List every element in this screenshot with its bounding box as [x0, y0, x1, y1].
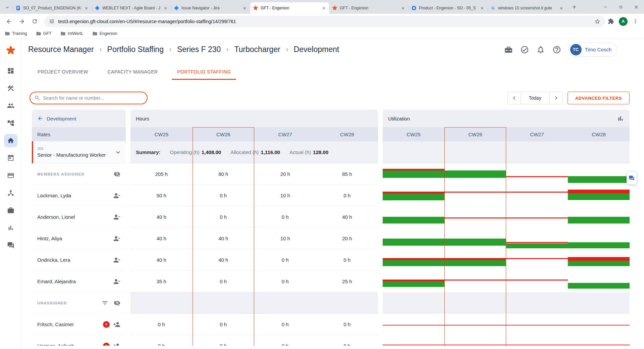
notifications-bell-button[interactable]: [536, 45, 545, 54]
hours-cell[interactable]: 85 h: [316, 163, 378, 185]
bookmark-item[interactable]: Engenion: [92, 31, 117, 36]
user-menu[interactable]: TC Timo Cosch: [569, 43, 617, 57]
hours-cell[interactable]: 40 h: [130, 206, 193, 228]
remove-member-button[interactable]: [113, 278, 120, 285]
remove-member-button[interactable]: [113, 235, 120, 242]
hours-cell[interactable]: 40 h: [193, 228, 255, 249]
browser-forward-button[interactable]: [16, 16, 28, 27]
hours-cell[interactable]: 0 h: [193, 185, 255, 206]
window-minimize-button[interactable]: [598, 0, 613, 14]
browser-tab[interactable]: GFT - Engenion: [329, 2, 409, 14]
hours-cell[interactable]: 0 h: [193, 271, 255, 292]
tab-close-button[interactable]: [163, 5, 168, 11]
browser-menu-icon[interactable]: [632, 18, 639, 24]
omnibox[interactable]: test3.engenion.gft-cloud.com/en-US/#/res…: [44, 16, 605, 27]
sidebar-item-team[interactable]: [4, 99, 17, 112]
hours-cell[interactable]: 0 h: [316, 335, 378, 346]
approvals-check-button[interactable]: [520, 45, 529, 54]
browser-tab[interactable]: Gwindows 10 screenshot it gute: [488, 2, 567, 14]
tab-close-button[interactable]: [558, 5, 564, 11]
development-back-header[interactable]: Development: [32, 110, 126, 127]
chart-view-toggle[interactable]: [617, 115, 624, 122]
hours-cell[interactable]: 0 h: [254, 335, 316, 346]
next-week-button[interactable]: [549, 92, 563, 104]
sidebar-item-resource-manager[interactable]: [4, 134, 17, 147]
hours-cell[interactable]: 0 h: [316, 185, 378, 206]
hours-cell[interactable]: 25 h: [316, 271, 378, 292]
tab-portfolio-staffing[interactable]: PORTFOLIO STAFFING: [172, 65, 236, 80]
tab-project-overview[interactable]: PROJECT OVERVIEW: [32, 65, 94, 80]
remove-member-button[interactable]: [113, 192, 120, 199]
browser-tab[interactable]: SO_07_Product_ENGENION (KE: [13, 2, 92, 14]
browser-tab[interactable]: WEBLET NEXT - Agile Board - J: [92, 2, 171, 14]
advanced-filters-button[interactable]: ADVANCED FILTERS: [568, 92, 630, 104]
hours-cell[interactable]: 40 h: [130, 228, 193, 249]
sidebar-item-calendar[interactable]: [4, 151, 17, 165]
hours-cell[interactable]: 40 h: [193, 249, 255, 270]
filter-unassigned-button[interactable]: [102, 300, 108, 306]
bookmark-item[interactable]: GFT: [36, 31, 52, 36]
previous-week-button[interactable]: [507, 92, 521, 104]
browser-tab[interactable]: Product - Engenion - SO - 05_S: [409, 2, 488, 14]
help-button[interactable]: [552, 45, 561, 54]
hours-cell[interactable]: 0 h: [193, 314, 255, 335]
add-member-button[interactable]: [113, 321, 120, 328]
hours-cell[interactable]: 0 h: [193, 335, 255, 346]
hours-cell[interactable]: 20 h: [254, 163, 316, 185]
hours-cell[interactable]: 0 h: [254, 314, 316, 335]
tab-search-button[interactable]: [3, 3, 12, 12]
today-button[interactable]: Today: [521, 92, 550, 104]
sidebar-item-workflow[interactable]: [4, 186, 17, 200]
bookmark-star-icon[interactable]: [594, 18, 600, 24]
hours-cell[interactable]: 40 h: [316, 206, 378, 228]
feedback-widget-button[interactable]: [627, 172, 637, 185]
breadcrumb-item[interactable]: Portfolio Staffing: [107, 45, 164, 54]
hide-unassigned-button[interactable]: [114, 300, 120, 306]
hours-cell[interactable]: 0 h: [316, 314, 378, 335]
hours-cell[interactable]: 40 h: [130, 249, 193, 270]
tab-capacity-manager[interactable]: CAPACITY MANAGER: [102, 65, 163, 80]
remove-member-button[interactable]: [113, 213, 120, 221]
bookmark-item[interactable]: IntWertL: [60, 31, 84, 36]
hours-cell[interactable]: 10 h: [254, 185, 316, 206]
breadcrumb-item[interactable]: Series F 230: [177, 45, 221, 54]
sidebar-item-org-structure[interactable]: [4, 116, 17, 130]
tab-close-button[interactable]: [242, 5, 248, 11]
window-maximize-button[interactable]: [613, 0, 629, 14]
browser-reload-button[interactable]: [29, 16, 40, 27]
tab-close-button[interactable]: [84, 5, 89, 11]
hours-cell[interactable]: 35 h: [130, 271, 193, 292]
sidebar-item-cards[interactable]: [4, 169, 17, 182]
sidebar-item-projects[interactable]: [4, 204, 17, 217]
tab-close-button[interactable]: [321, 5, 327, 11]
sidebar-item-analytics[interactable]: [4, 221, 17, 235]
browser-tab[interactable]: Issue Navigator - Jira: [171, 2, 250, 14]
rate-row[interactable]: 265 Senior - Manufacturing Worker: [32, 141, 126, 163]
hours-cell[interactable]: 0 h: [254, 249, 316, 270]
hours-cell[interactable]: 0 h: [130, 314, 193, 335]
site-settings-icon[interactable]: [49, 18, 55, 24]
hours-cell[interactable]: 0 h: [254, 206, 316, 228]
tab-close-button[interactable]: [400, 5, 406, 11]
hours-cell[interactable]: 20 h: [316, 228, 378, 249]
browser-tab[interactable]: GFT - Engenion: [250, 2, 329, 14]
rate-expand-chevron[interactable]: [114, 149, 122, 156]
hours-cell[interactable]: 0 h: [130, 335, 193, 346]
bookmark-item[interactable]: Training: [5, 31, 27, 36]
breadcrumb-item[interactable]: Development: [294, 45, 339, 54]
hours-cell[interactable]: 10 h: [254, 228, 316, 249]
engenion-logo[interactable]: [6, 45, 16, 55]
search-box[interactable]: [30, 92, 148, 104]
hours-cell[interactable]: 0 h: [316, 249, 378, 270]
search-input[interactable]: [43, 95, 143, 101]
hide-members-button[interactable]: [114, 171, 120, 178]
tab-close-button[interactable]: [479, 5, 485, 11]
hours-cell[interactable]: 0 h: [193, 206, 255, 228]
window-close-button[interactable]: [629, 0, 644, 14]
sidebar-item-dashboard[interactable]: [4, 64, 17, 78]
remove-member-button[interactable]: [113, 256, 120, 264]
hours-cell[interactable]: 80 h: [193, 163, 255, 185]
hours-cell[interactable]: 205 h: [130, 163, 193, 185]
hours-cell[interactable]: 0 h: [254, 271, 316, 292]
browser-back-button[interactable]: [3, 16, 15, 27]
